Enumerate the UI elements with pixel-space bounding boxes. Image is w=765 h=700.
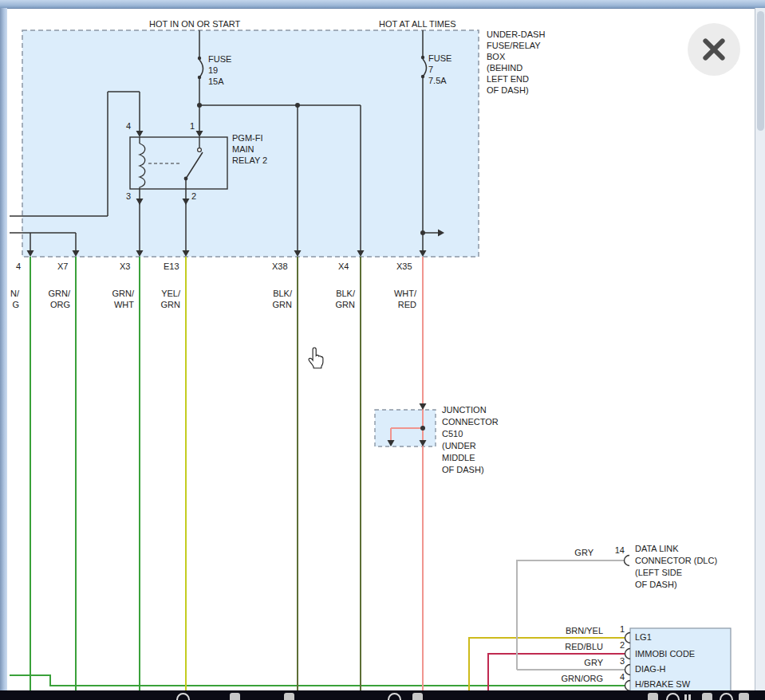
- wire-color-line: GRN: [152, 299, 180, 310]
- note-line: JUNCTION: [442, 404, 499, 416]
- fuse-amps: 15A: [208, 76, 231, 87]
- lg1-signal: IMMOBI CODE: [635, 649, 695, 659]
- relay-pin-2: 2: [191, 191, 196, 202]
- wire-color-line: ORG: [41, 299, 70, 310]
- exit-id: 4: [16, 262, 21, 272]
- lg1-signal: LG1: [635, 632, 652, 643]
- fuse-7-label: FUSE 7 7.5A: [428, 53, 452, 86]
- fuse-number: 19: [208, 65, 231, 76]
- note-line: UNDER-DASH: [487, 29, 545, 40]
- note-line: FUSE/RELAY: [487, 40, 545, 51]
- wire-color-line: WHT/: [386, 288, 416, 299]
- exit-id: X3: [120, 262, 130, 272]
- note-line: LEFT END: [487, 73, 545, 85]
- relay-pin-4: 4: [126, 121, 131, 132]
- taskbar-tray-icon[interactable]: [684, 693, 692, 700]
- fuse-number: 7: [428, 64, 452, 75]
- hand-cursor-icon: [309, 348, 323, 368]
- taskbar-app-icon[interactable]: [230, 693, 240, 700]
- lg1-wire-color: GRY: [549, 658, 603, 668]
- wiring-diagram-svg: [0, 0, 765, 700]
- pink-wire: [391, 257, 423, 690]
- power-label-left: HOT IN ON OR START: [149, 19, 240, 29]
- note-line: OF DASH): [635, 579, 717, 591]
- taskbar-app-icon[interactable]: [176, 693, 190, 700]
- exit-id: X4: [338, 262, 349, 272]
- fuse-19-label: FUSE 19 15A: [208, 53, 231, 87]
- relay-name-line: RELAY 2: [232, 155, 267, 166]
- note-line: (UNDER: [442, 440, 499, 452]
- power-label-right: HOT AT ALL TIMES: [379, 19, 456, 29]
- lg1-pin: 1: [616, 624, 625, 635]
- lg1-wire-color: BRN/YEL: [549, 626, 603, 636]
- lg1-signal: H/BRAKE SW: [635, 679, 690, 690]
- exit-id: E13: [164, 262, 179, 272]
- taskbar-tray-icon[interactable]: [666, 693, 680, 700]
- lg1-signal: DIAG-H: [635, 664, 666, 674]
- relay-name-line: PGM-FI: [232, 132, 267, 144]
- taskbar-app-icon[interactable]: [412, 693, 423, 700]
- relay-pin-3: 3: [126, 191, 131, 202]
- taskbar-tray-icon[interactable]: [702, 693, 712, 700]
- relay-name: PGM-FI MAIN RELAY 2: [232, 132, 267, 166]
- exit-id: X35: [396, 262, 412, 272]
- window-top-edge: [0, 0, 765, 9]
- relay-name-line: MAIN: [232, 144, 267, 155]
- fuse-name: FUSE: [428, 53, 452, 64]
- note-line: C510: [442, 428, 499, 440]
- note-line: (LEFT SIDE: [635, 567, 717, 579]
- vertical-scrollbar[interactable]: [755, 8, 765, 690]
- lg1-pin: 4: [616, 672, 625, 682]
- fuse-amps: 7.5A: [428, 75, 452, 86]
- taskbar-tray-icon[interactable]: [648, 693, 658, 700]
- wire-color-line: WHT: [104, 299, 134, 310]
- wire-color-line: GRN: [262, 299, 292, 310]
- close-button[interactable]: [688, 23, 740, 76]
- relay-pin-1: 1: [190, 121, 195, 132]
- wire-color-label: BLK/ GRN: [325, 288, 355, 310]
- note-line: MIDDLE: [442, 452, 499, 464]
- note-line: BOX: [487, 51, 545, 62]
- taskbar-app-icon[interactable]: [335, 693, 346, 700]
- note-line: (BEHIND: [487, 62, 545, 73]
- wire-color-line: BLK/: [325, 288, 355, 299]
- lg1-pin: 2: [616, 640, 625, 651]
- note-line: OF DASH): [487, 85, 545, 96]
- dlc-note: DATA LINK CONNECTOR (DLC) (LEFT SIDE OF …: [635, 543, 717, 591]
- note-line: CONNECTOR: [442, 416, 499, 428]
- junction-note: JUNCTION CONNECTOR C510 (UNDER MIDDLE OF…: [442, 404, 499, 476]
- note-line: DATA LINK: [635, 543, 717, 555]
- wire-color-line: GRN: [325, 299, 355, 310]
- lg1-wire-color: RED/BLU: [549, 642, 603, 652]
- note-line: OF DASH): [442, 464, 499, 476]
- pin-socket-arcs: [625, 556, 630, 691]
- window-left-edge: [0, 8, 7, 690]
- wire-color-label: WHT/ RED: [386, 288, 416, 310]
- taskbar-tray-icon[interactable]: [720, 693, 733, 700]
- wire-color-line: GRN/: [41, 288, 70, 299]
- lg1-wire-color: GRN/ORG: [549, 674, 603, 684]
- wire-color-label: GRN/ WHT: [104, 288, 134, 310]
- scrollbar-thumb[interactable]: [757, 11, 764, 131]
- green-wires: [10, 257, 625, 690]
- note-line: CONNECTOR (DLC): [635, 555, 717, 567]
- wire-color-label: YEL/ GRN: [152, 288, 180, 310]
- taskbar-tray-icon[interactable]: [739, 693, 749, 700]
- fuse-name: FUSE: [208, 53, 231, 65]
- wire-color-line: YEL/: [152, 288, 180, 299]
- wire-color-label: GRN/ ORG: [41, 288, 70, 310]
- taskbar-app-icon[interactable]: [284, 693, 294, 700]
- taskbar-app-icon[interactable]: [388, 693, 401, 700]
- diagram-viewport[interactable]: HOT IN ON OR START HOT AT ALL TIMES UNDE…: [0, 0, 765, 700]
- wire-color-line: RED: [386, 299, 416, 310]
- wire-color-label: BLK/ GRN: [262, 288, 292, 310]
- taskbar: [0, 690, 765, 700]
- dark-green-wires: [298, 257, 361, 690]
- dlc-wire-color: GRY: [542, 548, 593, 558]
- fusebox-note: UNDER-DASH FUSE/RELAY BOX (BEHIND LEFT E…: [487, 29, 545, 96]
- exit-id: X38: [272, 262, 288, 272]
- wire-color-line: BLK/: [262, 288, 292, 299]
- dlc-pin: 14: [614, 545, 625, 556]
- wire-color-line: GRN/: [104, 288, 134, 299]
- lg1-pin: 3: [616, 656, 625, 667]
